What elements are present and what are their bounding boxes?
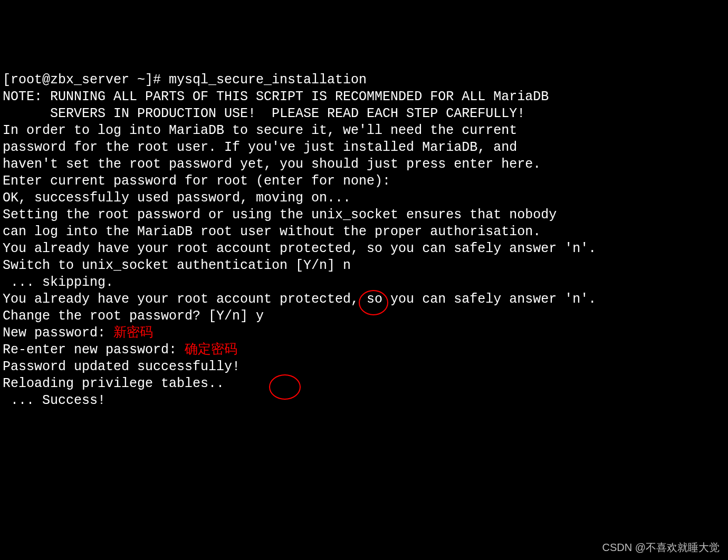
password-updated-line: Password updated successfully! <box>3 359 725 375</box>
enter-password-prompt: Enter current password for root (enter f… <box>3 173 725 190</box>
intro-line: haven't set the root password yet, you s… <box>3 156 725 173</box>
terminal-output[interactable]: [root@zbx_server ~]# mysql_secure_instal… <box>3 72 725 409</box>
change-password-input: y <box>256 308 264 324</box>
switch-auth-prompt: Switch to unix_socket authentication [Y/… <box>3 258 343 273</box>
intro-line: In order to log into MariaDB to secure i… <box>3 122 725 139</box>
switch-auth-input: n <box>343 258 351 273</box>
intro-line: password for the root user. If you've ju… <box>3 139 725 156</box>
new-password-annotation: 新密码 <box>113 325 153 341</box>
reenter-password-label: Re-enter new password: <box>3 342 185 358</box>
already-protected-line: You already have your root account prote… <box>3 291 725 308</box>
note-line: NOTE: RUNNING ALL PARTS OF THIS SCRIPT I… <box>3 89 725 105</box>
reenter-password-annotation: 确定密码 <box>185 342 237 358</box>
reloading-line: Reloading privilege tables.. <box>3 375 725 392</box>
success-line: ... Success! <box>3 392 725 409</box>
shell-prompt: [root@zbx_server ~]# <box>3 72 169 88</box>
change-password-prompt: Change the root password? [Y/n] <box>3 308 256 324</box>
skipping-line: ... skipping. <box>3 274 725 291</box>
already-protected-line: You already have your root account prote… <box>3 240 725 257</box>
setting-line: Setting the root password or using the u… <box>3 207 725 224</box>
new-password-label: New password: <box>3 325 113 341</box>
setting-line: can log into the MariaDB root user witho… <box>3 224 725 240</box>
note-line: SERVERS IN PRODUCTION USE! PLEASE READ E… <box>3 105 725 122</box>
watermark-text: CSDN @不喜欢就睡大觉 <box>602 539 720 556</box>
command-text: mysql_secure_installation <box>169 72 367 88</box>
ok-password-line: OK, successfully used password, moving o… <box>3 190 725 207</box>
